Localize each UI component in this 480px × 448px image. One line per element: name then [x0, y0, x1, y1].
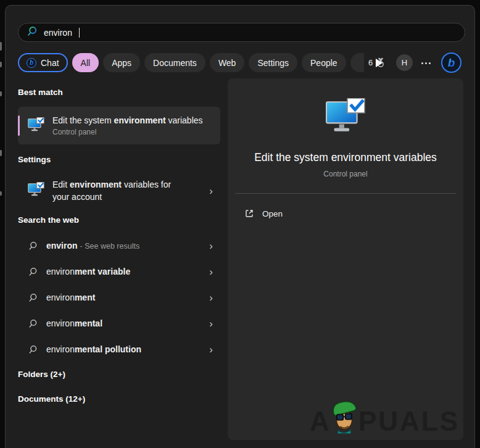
screen-edge-artifact [0, 42, 2, 51]
web-suggestion-row[interactable]: environment variable › [18, 260, 220, 283]
open-label: Open [262, 209, 283, 218]
rewards-button[interactable]: 6 [368, 53, 386, 72]
tab-apps[interactable]: Apps [103, 53, 140, 72]
search-flyout-window: environ b Chat All Apps Documents Web Se… [5, 5, 475, 448]
open-external-icon [244, 209, 254, 218]
tab-documents-label: Documents [153, 58, 197, 68]
search-icon [28, 293, 38, 302]
tab-all[interactable]: All [72, 53, 99, 72]
chevron-right-icon: › [209, 241, 213, 251]
best-match-result[interactable]: Edit the system environment variables Co… [18, 107, 220, 144]
suggestion-text: environment [46, 292, 95, 302]
screen-edge-artifact [0, 62, 2, 67]
avatar-initial: H [402, 58, 407, 67]
bing-icon: b [448, 57, 455, 68]
search-icon [28, 267, 38, 276]
chevron-right-icon: › [209, 318, 213, 329]
text-caret [79, 28, 80, 38]
tab-people-label: People [310, 58, 337, 68]
search-icon [28, 241, 38, 251]
suggestion-text: environmental pollution [46, 344, 141, 354]
more-options-button[interactable] [421, 58, 436, 68]
tab-overflow-clipped [350, 53, 364, 72]
web-suggestion-row[interactable]: environ- See web results › [18, 234, 220, 257]
screen-edge-artifact [0, 191, 2, 196]
appuals-watermark: A PUALS [310, 399, 460, 434]
tab-web-label: Web [218, 58, 236, 68]
monitor-check-icon [28, 182, 44, 199]
screen-edge-artifact [0, 150, 2, 156]
screen-edge-artifact [0, 91, 2, 96]
account-avatar[interactable]: H [396, 54, 413, 71]
preview-subtitle: Control panel [228, 170, 463, 178]
settings-result[interactable]: Edit environment variables for your acco… [18, 173, 220, 208]
tab-settings[interactable]: Settings [249, 53, 297, 72]
chevron-right-icon: › [209, 186, 213, 196]
tab-chat-label: Chat [41, 58, 59, 68]
tab-apps-label: Apps [112, 58, 131, 68]
rewards-count: 6 [368, 58, 373, 67]
tab-documents[interactable]: Documents [144, 53, 205, 72]
suggestion-text: environmental [46, 318, 102, 328]
documents-header[interactable]: Documents (12+) [18, 394, 85, 404]
web-suggestion-row[interactable]: environmental pollution › [18, 338, 220, 360]
tab-settings-label: Settings [257, 58, 289, 68]
suggestion-text: environ- See web results [46, 241, 139, 251]
tab-all-label: All [81, 58, 91, 68]
search-icon [28, 319, 38, 328]
appuals-mascot-icon [330, 399, 358, 434]
suggestion-text: environment variable [46, 267, 130, 276]
best-match-title: Edit the system environment variables [52, 115, 203, 125]
chevron-right-icon: › [209, 267, 213, 277]
search-icon [28, 345, 38, 354]
monitor-check-icon-large [325, 98, 366, 136]
best-match-header: Best match [18, 88, 63, 97]
chevron-right-icon: › [209, 344, 213, 355]
bing-logo-button[interactable]: b [441, 52, 461, 73]
search-input[interactable]: environ [18, 23, 465, 42]
bing-chat-icon: b [27, 58, 36, 68]
settings-header: Settings [18, 155, 51, 164]
search-icon [27, 26, 38, 39]
search-web-header: Search the web [18, 215, 79, 225]
ellipsis-icon [421, 62, 423, 64]
chevron-right-icon: › [209, 292, 213, 303]
tab-chat[interactable]: b Chat [18, 53, 68, 72]
tab-web[interactable]: Web [210, 53, 245, 72]
folders-header[interactable]: Folders (2+) [18, 370, 65, 379]
settings-result-title: Edit environment variables for your acco… [52, 178, 187, 204]
best-match-subtitle: Control panel [52, 128, 203, 136]
tab-people[interactable]: People [302, 53, 346, 72]
open-action[interactable]: Open [244, 205, 283, 222]
selection-accent-bar [18, 115, 20, 136]
preview-panel: Edit the system environment variables Co… [228, 78, 463, 440]
monitor-check-icon [28, 117, 44, 135]
filter-bar: b Chat All Apps Documents Web Settings P… [18, 53, 386, 72]
search-query-text: environ [44, 28, 72, 38]
trophy-icon [376, 57, 386, 68]
preview-title: Edit the system environment variables [228, 151, 463, 164]
web-suggestion-row[interactable]: environment › [18, 286, 220, 309]
web-suggestion-row[interactable]: environmental › [18, 312, 220, 334]
divider [235, 193, 456, 194]
